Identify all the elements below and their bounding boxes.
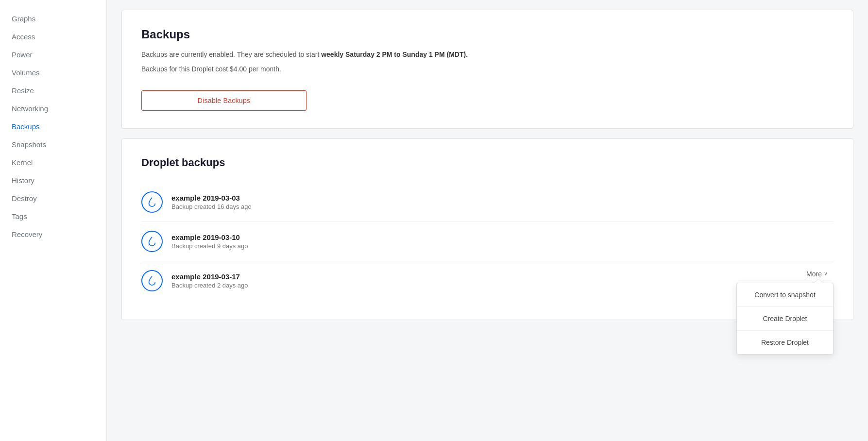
more-button-wrap: More ∨Convert to snapshotCreate DropletR… xyxy=(800,267,834,281)
backup-name: example 2019-03-03 xyxy=(171,194,834,202)
disable-backups-button[interactable]: Disable Backups xyxy=(141,90,306,111)
main-content: Backups Backups are currently enabled. T… xyxy=(107,0,868,441)
desc1-bold: weekly Saturday 2 PM to Sunday 1 PM (MDT… xyxy=(321,51,468,58)
sidebar-item-volumes[interactable]: Volumes xyxy=(0,64,106,82)
backup-age: Backup created 2 days ago xyxy=(171,282,800,289)
dropdown-menu: Convert to snapshotCreate DropletRestore… xyxy=(736,283,834,355)
sidebar-item-graphs[interactable]: Graphs xyxy=(0,10,106,28)
backup-list: example 2019-03-03Backup created 16 days… xyxy=(141,183,834,300)
backup-age: Backup created 16 days ago xyxy=(171,203,834,210)
backup-age: Backup created 9 days ago xyxy=(171,242,834,250)
backup-row: example 2019-03-17Backup created 2 days … xyxy=(141,261,834,300)
dropdown-item-create-droplet[interactable]: Create Droplet xyxy=(737,307,833,331)
sidebar-item-recovery[interactable]: Recovery xyxy=(0,225,106,243)
droplet-icon xyxy=(141,191,163,213)
more-label: More xyxy=(806,270,822,278)
backup-info: example 2019-03-17Backup created 2 days … xyxy=(171,272,800,289)
droplet-icon xyxy=(141,270,163,291)
backups-title: Backups xyxy=(141,28,834,41)
sidebar-item-destroy[interactable]: Destroy xyxy=(0,189,106,207)
sidebar-item-history[interactable]: History xyxy=(0,171,106,189)
backup-info: example 2019-03-03Backup created 16 days… xyxy=(171,194,834,210)
sidebar-item-power[interactable]: Power xyxy=(0,46,106,64)
droplet-backups-title: Droplet backups xyxy=(141,156,834,169)
backups-desc1: Backups are currently enabled. They are … xyxy=(141,49,834,60)
droplet-icon xyxy=(141,231,163,252)
backup-row: example 2019-03-03Backup created 16 days… xyxy=(141,183,834,222)
sidebar-item-kernel[interactable]: Kernel xyxy=(0,153,106,171)
backup-row: example 2019-03-10Backup created 9 days … xyxy=(141,222,834,261)
sidebar-item-resize[interactable]: Resize xyxy=(0,82,106,100)
more-button[interactable]: More ∨ xyxy=(800,267,834,281)
droplet-backups-card: Droplet backups example 2019-03-03Backup… xyxy=(121,138,853,320)
desc1-prefix: Backups are currently enabled. They are … xyxy=(141,51,321,58)
dropdown-arrow xyxy=(815,279,822,283)
sidebar-item-tags[interactable]: Tags xyxy=(0,207,106,225)
dropdown-item-convert-to-snapshot[interactable]: Convert to snapshot xyxy=(737,283,833,307)
backup-info: example 2019-03-10Backup created 9 days … xyxy=(171,233,834,250)
sidebar-item-backups[interactable]: Backups xyxy=(0,118,106,136)
backup-name: example 2019-03-10 xyxy=(171,233,834,241)
sidebar-item-snapshots[interactable]: Snapshots xyxy=(0,136,106,153)
sidebar: GraphsAccessPowerVolumesResizeNetworking… xyxy=(0,0,107,441)
backups-desc2: Backups for this Droplet cost $4.00 per … xyxy=(141,64,834,74)
sidebar-item-networking[interactable]: Networking xyxy=(0,100,106,118)
sidebar-item-access[interactable]: Access xyxy=(0,28,106,46)
backup-name: example 2019-03-17 xyxy=(171,272,800,281)
dropdown-item-restore-droplet[interactable]: Restore Droplet xyxy=(737,331,833,354)
backups-info-card: Backups Backups are currently enabled. T… xyxy=(121,10,853,129)
chevron-down-icon: ∨ xyxy=(824,271,828,277)
